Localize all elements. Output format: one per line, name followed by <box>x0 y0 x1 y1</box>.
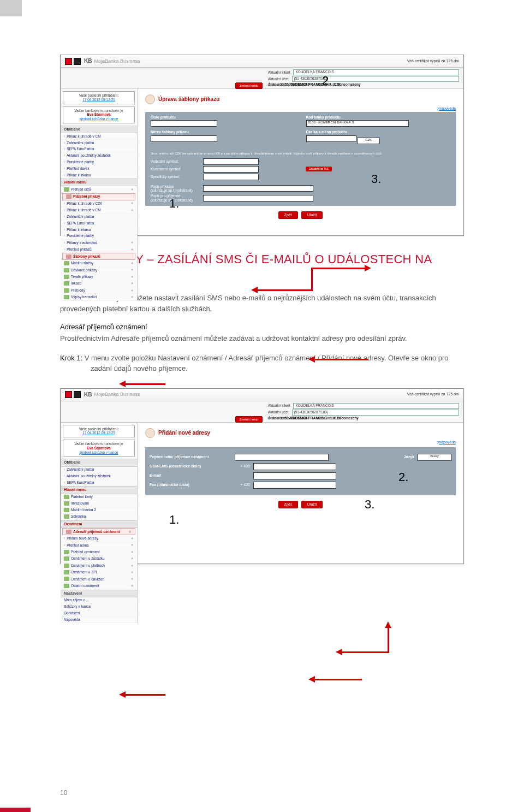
sidebar-item[interactable]: Oznámení o platbách★ <box>61 562 137 569</box>
change-password-button[interactable]: Změnit heslo <box>235 416 263 423</box>
sidebar-item[interactable]: ›Příkaz k úhradě v CM★ <box>61 207 137 214</box>
vs-label: Variabilní symbol: <box>151 159 200 164</box>
sidebar-item[interactable]: Dávkové příkazy★ <box>61 267 137 274</box>
advisor-box: Vaším bankovním poradcem je Eva Šturmová… <box>63 106 135 123</box>
sidebar-item[interactable]: Mobilní služby★ <box>61 260 137 266</box>
holder-row: Jméno účtu:KOUDELKA FRANCOIS Limit:neome… <box>268 416 359 420</box>
account-select[interactable]: (51-4303650287/100) <box>292 76 459 82</box>
sidebar-item[interactable]: Inkaso★ <box>61 281 137 287</box>
sidebar-item[interactable]: Oznámení o dávkách★ <box>61 576 137 583</box>
sidebar-item[interactable]: ›Přehled příkazů★ <box>61 246 137 253</box>
amount-input[interactable] <box>306 135 356 142</box>
sidebar-item[interactable]: ›Příkaz k inkasu <box>61 227 137 233</box>
sidebar-item[interactable]: ›Příkaz k úhradě v CZK★ <box>61 200 137 207</box>
desc2-input[interactable] <box>203 195 313 201</box>
gsm-input[interactable] <box>253 463 336 470</box>
sidebar-item[interactable]: Ostatní oznámení★ <box>61 583 137 589</box>
meeting-link[interactable]: sjednat schůzku v bance <box>79 451 118 454</box>
sidebar-item[interactable]: ›Pravidelné platby <box>61 159 137 166</box>
side-head-settings: Nastavení <box>61 590 137 597</box>
sidebar-item[interactable]: ›Zahraniční platba <box>61 467 137 473</box>
client-select[interactable]: KOUDELKA FRANCOIS <box>293 403 459 409</box>
kb-logo-red <box>65 391 72 398</box>
sidebar-item[interactable]: Platební karty <box>61 494 137 501</box>
sidebar: Vaše poslední přihlášení: 17.04.2012 08:… <box>61 89 138 301</box>
sidebar-item[interactable]: Výpisy transakcí★ <box>61 294 137 300</box>
callout-2: 2. <box>398 470 408 484</box>
step-1: Krok 1: V menu zvolte položku Nastavení … <box>60 353 464 374</box>
fax-input[interactable] <box>253 482 336 489</box>
sidebar-item-overview[interactable]: Přehled účtů★ <box>61 186 137 193</box>
sidebar-item[interactable]: Oznámení o zůstatku★ <box>61 556 137 562</box>
back-button[interactable]: Zpět <box>278 501 298 508</box>
forbidden-ks-button[interactable]: Zakázané KS <box>306 167 332 171</box>
panel-title: Úprava šablony příkazu <box>145 94 456 104</box>
sidebar-item-overview-notif[interactable]: Přehled oznámení★ <box>61 549 137 555</box>
sidebar-item[interactable]: Schůzky v bance <box>61 604 137 611</box>
main-panel: Úprava šablony příkazu nápověda ? Číslo … <box>138 89 463 301</box>
app-name: MojeBanka Business <box>94 58 140 64</box>
client-label: Aktuální klient <box>268 70 290 75</box>
field-label: Kód banky protiúčtu <box>306 115 451 120</box>
bank-code-select[interactable]: 0100 - KOMERCNI BANKA A.S. <box>306 120 409 127</box>
sidebar-item-addressbook[interactable]: Adresář příjemců oznámení★ <box>62 528 135 535</box>
sidebar-item-list-addresses[interactable]: ›Přehled adres★ <box>61 542 137 549</box>
sidebar-item[interactable]: Mám zájem o ... <box>61 597 137 604</box>
counteraccount-input[interactable] <box>151 120 217 127</box>
template-name-input[interactable] <box>151 135 217 142</box>
client-select[interactable]: KOUDELKA FRANCOIS <box>293 69 459 75</box>
red-edge-decoration <box>0 808 31 812</box>
back-button[interactable]: Zpět <box>278 211 298 219</box>
sidebar: Vaše poslední přihlášení: 17.04.2012 08:… <box>61 423 138 624</box>
sidebar-item[interactable]: ›Příkaz k úhradě v CM <box>61 133 137 140</box>
help-link[interactable]: nápověda <box>439 106 456 111</box>
meeting-link[interactable]: sjednat schůzku v bance <box>79 117 118 121</box>
last-login-link[interactable]: 17.04.2012 08:12:25 <box>65 431 133 435</box>
vs-input[interactable] <box>203 158 259 165</box>
sidebar-item-payments[interactable]: Platební příkazy <box>62 193 135 200</box>
save-button[interactable]: Uložit <box>301 501 323 508</box>
currency-select[interactable]: CZK <box>357 138 380 144</box>
sidebar-item[interactable]: Mobilní banka 2 <box>61 507 137 514</box>
sidebar-item[interactable]: ›Pravidelné platby <box>61 233 137 240</box>
callout-1: 1. <box>169 197 179 211</box>
sidebar-item[interactable]: Trvalé příkazy★ <box>61 274 137 280</box>
sidebar-item[interactable]: ›Zahraniční platba <box>61 214 137 221</box>
change-password-button[interactable]: Změnit heslo <box>235 82 263 89</box>
sidebar-item-templates[interactable]: Šablony příkazů <box>62 253 135 260</box>
figure-1: KB MojeBanka Business Váš certifikát vyp… <box>60 55 464 236</box>
cert-expiry: Váš certifikát vyprší za 725 dní <box>407 59 459 63</box>
account-select[interactable]: (51-4303650287/100) <box>292 410 459 416</box>
sidebar-item[interactable]: ›Příkazy k autorizaci★ <box>61 240 137 246</box>
ks-input[interactable] <box>203 166 259 173</box>
sidebar-item[interactable]: ›Přehled dávek <box>61 165 137 172</box>
callout-1: 1. <box>169 513 179 527</box>
ss-input[interactable] <box>203 174 259 180</box>
sidebar-item[interactable]: ›Aktuální použitelný zůstatek <box>61 473 137 480</box>
sidebar-item[interactable]: Nápověda <box>61 617 137 623</box>
sidebar-item[interactable]: ›SEPA EuroPlatba <box>61 479 137 486</box>
sidebar-item[interactable]: ›Zahraniční platba <box>61 140 137 146</box>
section-paragraph: Prostřednictvím Adresáře příjemců oznáme… <box>60 333 464 344</box>
language-select[interactable]: česky <box>418 454 451 461</box>
sidebar-item[interactable]: Oznámení o ZPL★ <box>61 569 137 576</box>
app-body: Vaše poslední přihlášení: 17.04.2012 08:… <box>61 423 463 624</box>
help-link[interactable]: nápověda <box>439 440 456 444</box>
field-label: Fax (účastnické číslo) <box>150 483 231 487</box>
sidebar-item[interactable]: ›SEPA EuroPlatba <box>61 146 137 153</box>
sidebar-item[interactable]: ›Příkaz k inkasu <box>61 172 137 179</box>
sidebar-item[interactable]: ›Aktuální použitelný zůstatek <box>61 153 137 159</box>
last-login-link[interactable]: 17.04.2012 08:12:25 <box>65 98 133 102</box>
form-section: Číslo protiúčtu Název šablony příkazu Kó… <box>145 112 456 148</box>
email-input[interactable] <box>253 472 336 479</box>
sidebar-item[interactable]: Schránka <box>61 514 137 520</box>
button-row: Zpět Uložit <box>145 501 456 508</box>
sidebar-item[interactable]: Přehledy★ <box>61 287 137 294</box>
save-button[interactable]: Uložit <box>301 211 323 219</box>
sidebar-item[interactable]: Odhlášení <box>61 611 137 617</box>
desc1-input[interactable] <box>203 185 313 192</box>
sidebar-item[interactable]: Investování <box>61 501 137 507</box>
sidebar-item-add-address[interactable]: ›Přidání nové adresy★ <box>61 535 137 542</box>
recipient-name-input[interactable] <box>235 454 329 461</box>
sidebar-item[interactable]: ›SEPA EuroPlatba <box>61 220 137 227</box>
